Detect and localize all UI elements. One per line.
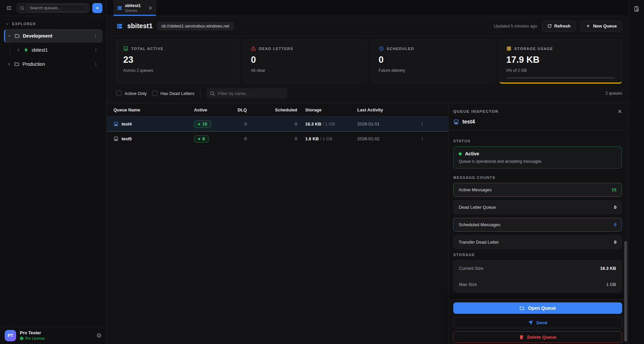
inspector-scrollbar[interactable] bbox=[624, 241, 627, 342]
stat-sub: 0% of 2 GB bbox=[506, 68, 615, 73]
stat-label-row: STORAGE USAGE bbox=[506, 46, 615, 51]
send-button[interactable]: Send bbox=[453, 317, 622, 328]
inspector-queue-name: test4 bbox=[462, 119, 475, 125]
inspector-footer: Open Queue Send Delete Queue bbox=[449, 299, 628, 344]
send-label: Send bbox=[536, 320, 547, 325]
stat-label: DEAD LETTERS bbox=[259, 47, 293, 51]
inspector-scroll-area: STATUS Active Queue is operational and a… bbox=[449, 130, 628, 299]
storage-used: 16.3 KB bbox=[305, 121, 321, 127]
table-row-test4[interactable]: test4 15 0 0 16.3 KB/ 1 GB 2026-01-01 bbox=[107, 117, 448, 132]
count-label: Dead Letter Queue bbox=[459, 205, 496, 210]
checkbox-icon[interactable] bbox=[152, 91, 157, 96]
kebab-menu-icon[interactable] bbox=[92, 33, 99, 40]
user-meta: Pro Tester Pro License bbox=[20, 330, 93, 341]
row-kebab-menu-icon[interactable] bbox=[419, 135, 438, 142]
chevron-right-icon[interactable] bbox=[7, 62, 11, 66]
message-counts-section-label: MESSAGE COUNTS bbox=[453, 176, 622, 180]
queue-name-cell: test5 bbox=[113, 136, 194, 141]
count-row-transfer-dead-letter: Transfer Dead Letter 0 bbox=[453, 235, 622, 249]
license-badge: Pro License bbox=[20, 336, 93, 341]
tree-item-label: Production bbox=[22, 61, 89, 67]
refresh-button[interactable]: Refresh bbox=[542, 21, 576, 32]
folder-icon bbox=[14, 61, 19, 67]
chevron-down-icon[interactable] bbox=[7, 34, 11, 38]
tab-bar: sbitest1 Queues bbox=[107, 0, 628, 16]
active-count-badge: 8 bbox=[194, 135, 209, 143]
table-row-test5[interactable]: test5 8 0 0 1.6 KB/ 1 GB 2026-01-02 bbox=[107, 132, 448, 146]
sidebar-topbar bbox=[0, 0, 106, 16]
delete-queue-button[interactable]: Delete Queue bbox=[453, 331, 622, 343]
filter-input[interactable] bbox=[218, 91, 284, 96]
plug-connected-icon bbox=[24, 48, 29, 53]
namespace-icon bbox=[116, 23, 123, 30]
open-queue-button[interactable]: Open Queue bbox=[453, 302, 622, 314]
stat-sub: All clear bbox=[251, 68, 360, 73]
clock-icon bbox=[379, 46, 384, 51]
panel-collapse-icon bbox=[6, 5, 12, 11]
storage-max: / 1 GB bbox=[323, 121, 335, 127]
inspector-title: QUEUE INSPECTOR bbox=[453, 109, 499, 113]
queue-icon bbox=[113, 136, 119, 141]
tree-item-development[interactable]: Development bbox=[4, 29, 102, 43]
checkbox-icon[interactable] bbox=[116, 91, 122, 96]
stat-card-storage-usage: STORAGE USAGE 17.9 KB 0% of 2 GB bbox=[499, 40, 622, 84]
tab-subtitle: Queues bbox=[125, 8, 146, 12]
storage-row-current-size: Current Size 16.3 KB bbox=[454, 260, 622, 276]
user-name: Pro Tester bbox=[20, 330, 93, 336]
storage-card: Current Size 16.3 KB Max Size 1 GB bbox=[453, 260, 622, 293]
green-dot-icon bbox=[198, 123, 200, 125]
count-row-scheduled-messages: Scheduled Messages 0 bbox=[453, 218, 622, 232]
row-kebab-menu-icon[interactable] bbox=[419, 120, 438, 128]
stat-label: SCHEDULED bbox=[387, 47, 414, 51]
endpoint-badge: sb://sbitest1.servicebus.windows.net bbox=[157, 22, 234, 31]
server-stack-icon bbox=[506, 46, 511, 51]
active-count-badge: 15 bbox=[194, 120, 211, 128]
header-actions: Updated 5 minutes ago Refresh New Queue bbox=[494, 21, 622, 32]
status-state-row: Active bbox=[459, 151, 616, 156]
storage-progress-bar bbox=[506, 77, 615, 79]
right-rail bbox=[628, 0, 644, 344]
new-queue-button[interactable]: New Queue bbox=[581, 21, 622, 32]
has-dead-letters-checkbox[interactable]: Has Dead Letters bbox=[152, 91, 194, 96]
tree-item-label: Development bbox=[23, 33, 89, 39]
page-header: sbitest1 sb://sbitest1.servicebus.window… bbox=[107, 16, 628, 36]
delete-queue-label: Delete Queue bbox=[527, 335, 556, 340]
open-queue-label: Open Queue bbox=[528, 305, 556, 311]
collapse-sidebar-button[interactable] bbox=[4, 3, 14, 13]
send-icon bbox=[528, 320, 533, 325]
tab-sbitest1-queues[interactable]: sbitest1 Queues bbox=[113, 0, 156, 16]
lower-content: Queue Name Active DLQ Scheduled Storage … bbox=[107, 103, 628, 344]
stat-label-row: DEAD LETTERS bbox=[251, 46, 360, 51]
search-icon bbox=[20, 6, 25, 10]
stat-value: 17.9 KB bbox=[506, 55, 615, 65]
main-area: sbitest1 Queues sbitest1 sb://sbitest1.s… bbox=[107, 0, 628, 344]
stat-label: TOTAL ACTIVE bbox=[131, 47, 164, 51]
check-circle-icon bbox=[20, 337, 24, 340]
close-icon[interactable] bbox=[617, 109, 622, 114]
kebab-menu-icon[interactable] bbox=[92, 47, 99, 54]
namespace-icon bbox=[117, 5, 122, 11]
inspector-header: QUEUE INSPECTOR test4 bbox=[449, 103, 628, 130]
audit-log-button[interactable] bbox=[632, 4, 641, 13]
chevron-right-icon[interactable] bbox=[16, 48, 20, 52]
stat-sub: Future delivery bbox=[379, 68, 488, 73]
explorer-header[interactable]: EXPLORER bbox=[4, 20, 102, 28]
storage-row-label: Current Size bbox=[459, 266, 483, 271]
gear-icon[interactable]: ⚙ bbox=[96, 333, 102, 339]
kebab-menu-icon[interactable] bbox=[92, 61, 99, 68]
updated-text: Updated 5 minutes ago bbox=[494, 24, 537, 29]
column-header-last-activity: Last Activity bbox=[357, 107, 419, 112]
search-input[interactable] bbox=[27, 4, 86, 12]
active-only-checkbox[interactable]: Active Only bbox=[116, 91, 147, 96]
tree-item-sbitest1[interactable]: sbitest1 bbox=[13, 43, 102, 57]
storage-cell: 1.6 KB/ 1 GB bbox=[297, 136, 357, 141]
queues-table: Queue Name Active DLQ Scheduled Storage … bbox=[107, 103, 448, 344]
new-queue-label: New Queue bbox=[593, 23, 617, 29]
add-connection-button[interactable] bbox=[92, 3, 102, 13]
count-value: 0 bbox=[614, 222, 616, 227]
close-icon[interactable] bbox=[148, 6, 152, 10]
count-row-dead-letter-queue: Dead Letter Queue 0 bbox=[453, 200, 622, 214]
stat-card-total-active: TOTAL ACTIVE 23 Across 2 queues bbox=[116, 40, 239, 84]
tree-item-production[interactable]: Production bbox=[4, 57, 102, 71]
license-label: Pro License bbox=[25, 336, 45, 341]
